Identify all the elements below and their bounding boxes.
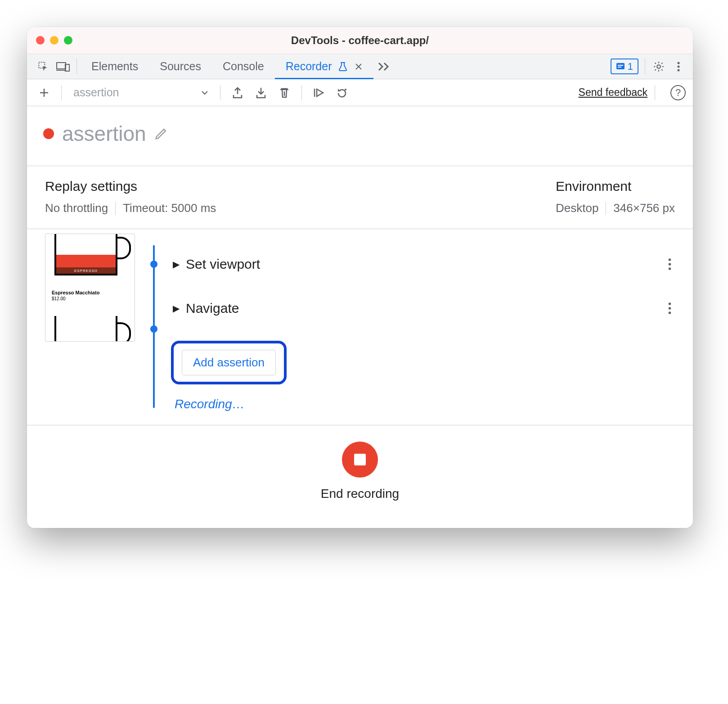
minimize-window-button[interactable] [50, 36, 58, 45]
timeline: ESPRESSO Espresso Macchiato $12.00 ▶ Set… [27, 229, 693, 425]
close-window-button[interactable] [36, 36, 45, 45]
tab-sources[interactable]: Sources [149, 54, 212, 79]
step-menu-icon[interactable] [668, 302, 675, 315]
step-label: Set viewport [186, 257, 260, 272]
timeline-node [150, 261, 157, 268]
stop-icon [354, 454, 366, 465]
svg-point-11 [678, 62, 680, 64]
separator [61, 85, 62, 100]
svg-point-25 [669, 302, 671, 305]
settings-gear-icon[interactable] [649, 54, 669, 79]
import-icon[interactable] [251, 83, 271, 103]
window-controls [36, 36, 72, 45]
tab-strip: Elements Sources Console Recorder [27, 54, 693, 79]
titlebar: DevTools - coffee-cart.app/ [27, 27, 693, 54]
product-name: Espresso Macchiato [52, 290, 99, 295]
highlight-frame: Add assertion [171, 341, 287, 384]
tab-elements[interactable]: Elements [81, 54, 149, 79]
expand-triangle-icon[interactable]: ▶ [173, 259, 180, 270]
separator [645, 59, 645, 74]
svg-point-21 [345, 89, 346, 90]
separator [606, 202, 606, 215]
kebab-menu-icon[interactable] [669, 54, 688, 79]
viewport-value: 346×756 px [613, 201, 675, 215]
environment-heading: Environment [556, 179, 675, 194]
tab-label: Console [223, 60, 264, 73]
svg-point-27 [669, 311, 671, 314]
step-set-viewport[interactable]: ▶ Set viewport [173, 244, 675, 285]
environment-settings[interactable]: Environment Desktop 346×756 px [556, 179, 675, 215]
settings-bar: Replay settings No throttling Timeout: 5… [27, 166, 693, 229]
issues-icon [616, 62, 625, 71]
separator [301, 85, 302, 100]
svg-rect-1 [57, 63, 66, 69]
svg-point-26 [669, 307, 671, 310]
device-toolbar-icon[interactable] [53, 54, 73, 79]
step-navigate[interactable]: ▶ Navigate [173, 288, 675, 329]
devtools-window: DevTools - coffee-cart.app/ Elements Sou… [27, 27, 693, 528]
band-text: ESPRESSO [74, 269, 98, 273]
svg-rect-7 [616, 63, 625, 69]
separator [655, 85, 655, 100]
step-menu-icon[interactable] [668, 258, 675, 271]
timeline-rail [145, 234, 163, 411]
more-tabs-icon[interactable] [373, 54, 395, 79]
recording-status: Recording… [175, 397, 675, 411]
separator [115, 202, 116, 215]
cup-graphic [54, 316, 117, 342]
product-price: $12.00 [52, 296, 66, 301]
end-recording-label: End recording [321, 487, 399, 501]
replay-settings[interactable]: Replay settings No throttling Timeout: 5… [45, 179, 216, 215]
svg-marker-20 [317, 89, 323, 96]
svg-point-10 [657, 65, 661, 68]
issues-count: 1 [628, 61, 633, 72]
send-feedback-link[interactable]: Send feedback [579, 86, 647, 99]
recording-selector-value: assertion [73, 86, 119, 99]
separator [220, 85, 220, 100]
fullscreen-window-button[interactable] [64, 36, 72, 45]
svg-point-23 [669, 263, 671, 266]
issues-chip[interactable]: 1 [611, 59, 638, 74]
svg-point-13 [678, 69, 680, 71]
chevron-down-icon [201, 90, 208, 95]
close-tab-icon[interactable] [355, 63, 363, 71]
svg-point-22 [669, 258, 671, 261]
tab-label: Recorder [286, 60, 332, 73]
throttling-value: No throttling [45, 201, 108, 215]
expand-triangle-icon[interactable]: ▶ [173, 303, 180, 314]
svg-point-24 [669, 267, 671, 270]
edit-title-icon[interactable] [154, 127, 168, 140]
device-value: Desktop [556, 201, 598, 215]
add-assertion-button[interactable]: Add assertion [182, 350, 276, 375]
window-title: DevTools - coffee-cart.app/ [27, 34, 693, 47]
inspect-element-icon[interactable] [33, 54, 53, 79]
tab-label: Elements [91, 60, 138, 73]
tab-recorder[interactable]: Recorder [275, 54, 373, 79]
svg-point-12 [678, 65, 680, 68]
timeout-value: Timeout: 5000 ms [123, 201, 216, 215]
replay-settings-heading: Replay settings [45, 179, 216, 194]
end-recording-button[interactable] [342, 442, 378, 478]
recording-title-row: assertion [27, 106, 693, 166]
recording-indicator-icon [43, 128, 54, 139]
footer: End recording [27, 425, 693, 528]
replay-icon[interactable] [333, 83, 352, 103]
tab-console[interactable]: Console [212, 54, 275, 79]
help-icon[interactable]: ? [670, 85, 686, 100]
step-label: Navigate [186, 301, 239, 316]
svg-rect-8 [618, 65, 623, 66]
screenshot-thumbnail[interactable]: ESPRESSO Espresso Macchiato $12.00 [45, 234, 135, 342]
experiment-flask-icon [338, 62, 347, 72]
export-icon[interactable] [228, 83, 247, 103]
timeline-node [150, 325, 157, 333]
separator [76, 59, 77, 74]
delete-icon[interactable] [274, 83, 294, 103]
recording-title: assertion [62, 122, 146, 146]
new-recording-button[interactable] [34, 83, 54, 103]
recording-selector[interactable]: assertion [69, 84, 213, 102]
step-play-icon[interactable] [309, 83, 329, 103]
tab-label: Sources [160, 60, 201, 73]
cup-graphic: ESPRESSO [54, 234, 117, 275]
svg-rect-9 [618, 67, 621, 68]
recorder-toolbar: assertion Send feedbac [27, 79, 693, 106]
